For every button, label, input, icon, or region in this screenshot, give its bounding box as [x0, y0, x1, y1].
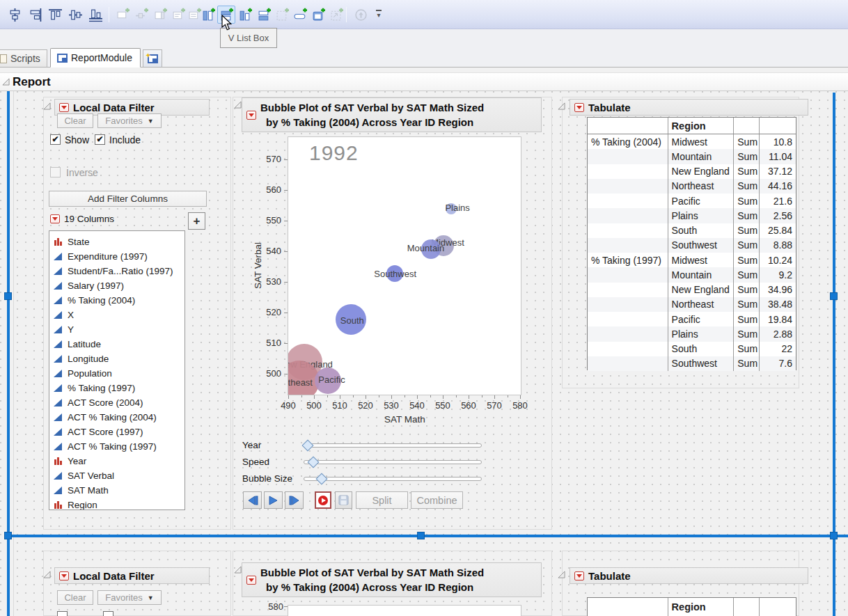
- resize-handle-bottom-right[interactable]: [830, 532, 838, 539]
- filter-column-item[interactable]: % Taking (1997): [54, 381, 135, 395]
- step-back-button[interactable]: [243, 491, 262, 509]
- tabulate-stat-cell: Sum: [733, 134, 759, 149]
- tabulate-value-cell: 38.48: [759, 297, 796, 312]
- bubble2-red-menu-icon[interactable]: [246, 576, 256, 585]
- filter-column-list[interactable]: StateExpenditure (1997)Student/Fa...Rati…: [49, 230, 185, 510]
- filter-column-item[interactable]: SAT Math: [54, 483, 109, 497]
- record-button[interactable]: [315, 491, 331, 509]
- x-tick-label: 490: [278, 400, 298, 411]
- tabulate-region-cell: Midwest: [668, 253, 734, 267]
- show-checkbox[interactable]: ✔: [50, 134, 61, 145]
- filter-column-label: SAT Math: [68, 485, 109, 496]
- bubble-size-slider-track[interactable]: [304, 477, 482, 481]
- y-tick-label: 550: [263, 215, 281, 226]
- toolbar-add-h-list-box-button[interactable]: [199, 6, 217, 24]
- filter-column-item[interactable]: Latitude: [54, 337, 101, 351]
- toolbar-overflow-button[interactable]: ▾: [374, 10, 384, 21]
- filter-column-item[interactable]: Population: [54, 366, 112, 380]
- toolbar-add-tab-box-button[interactable]: [309, 6, 327, 24]
- x-tick: [288, 395, 289, 399]
- toolbar-add-lineup-box-button[interactable]: [291, 6, 309, 24]
- speed-slider-track[interactable]: [304, 460, 482, 464]
- filter2-red-menu-icon[interactable]: [59, 571, 69, 581]
- toolbar-align-center-horizontal-button[interactable]: [66, 6, 84, 24]
- filter-red-menu-icon[interactable]: [59, 103, 69, 112]
- bubble-plot-area[interactable]: 1992 PlainsMidwestMountainSouthwestSouth…: [288, 136, 521, 395]
- columns-red-menu-icon[interactable]: [50, 214, 60, 223]
- tabulate-red-menu-icon[interactable]: [574, 103, 584, 112]
- include-checkbox-label: Include: [109, 134, 141, 145]
- filter-column-item[interactable]: ACT Score (1997): [54, 425, 143, 439]
- year-slider-track[interactable]: [304, 443, 482, 448]
- add-column-plus-button[interactable]: +: [188, 212, 205, 230]
- filter-column-item[interactable]: Student/Fa...Ratio (1997): [54, 264, 173, 278]
- include-checkbox[interactable]: ✔: [95, 134, 105, 145]
- filter-column-item[interactable]: ACT Score (2004): [54, 395, 143, 409]
- filter-column-item[interactable]: Longitude: [54, 352, 109, 365]
- plus-icon: +: [194, 214, 201, 228]
- filter-column-item[interactable]: ACT % Taking (2004): [54, 410, 157, 424]
- bubble2-disclosure-icon[interactable]: [234, 566, 242, 574]
- filter-column-label: ACT % Taking (1997): [68, 441, 157, 452]
- filter-disclosure-icon[interactable]: [43, 102, 51, 110]
- app-builder-window: ▾ Scripts ReportModule ✦ Report Local Da…: [0, 0, 848, 616]
- y-tick: [284, 159, 288, 160]
- resize-handle-right[interactable]: [830, 292, 838, 300]
- toolbar-align-top-button[interactable]: [46, 6, 64, 24]
- toolbar-add-border-box-button[interactable]: [255, 6, 273, 24]
- bubble-red-menu-icon[interactable]: [246, 111, 256, 120]
- show2-checkbox[interactable]: [57, 611, 68, 616]
- tabulate-stat-cell: Sum: [733, 356, 759, 371]
- tabulate-value-cell: 19.84: [759, 312, 796, 326]
- x-minor-tick: [456, 395, 457, 397]
- tabulate-value-cell: 9.2: [759, 267, 796, 282]
- resize-handle-bottom-mid[interactable]: [417, 532, 425, 539]
- toolbar-align-center-vertical-button[interactable]: [6, 6, 24, 24]
- filter-column-item[interactable]: Expenditure (1997): [54, 249, 148, 263]
- nominal-icon: [54, 457, 63, 466]
- tabulate-stat-cell: Sum: [733, 164, 759, 179]
- filter-column-label: ACT Score (1997): [68, 427, 143, 437]
- step-back-icon: [247, 496, 258, 505]
- filter-column-item[interactable]: State: [54, 235, 90, 248]
- resize-handle-bottom-left[interactable]: [4, 532, 12, 539]
- filter-column-item[interactable]: Salary (1997): [54, 278, 124, 292]
- tabulate2-red-menu-icon[interactable]: [574, 571, 584, 581]
- tabulate2-disclosure-icon[interactable]: [558, 571, 565, 578]
- tab-new-module[interactable]: ✦: [143, 49, 162, 67]
- toolbar-add-panel-box-button[interactable]: [236, 6, 254, 24]
- tab-scripts[interactable]: Scripts: [0, 49, 47, 67]
- play-icon: [268, 496, 278, 505]
- continuous-icon: [54, 398, 63, 407]
- bubble2-panel-title-bar: Bubble Plot of SAT Verbal by SAT Math Si…: [242, 562, 542, 597]
- tabulate-group-cell: [588, 179, 668, 194]
- play-button[interactable]: [264, 491, 283, 509]
- filter-column-item[interactable]: SAT Verbal: [54, 468, 114, 482]
- tabulate-group-cell: [588, 267, 668, 282]
- toolbar-align-bottom-button[interactable]: [86, 6, 104, 24]
- filter-column-item[interactable]: % Taking (2004): [54, 293, 135, 307]
- bubble-disclosure-icon[interactable]: [234, 101, 242, 109]
- include2-checkbox[interactable]: [103, 611, 113, 616]
- nominal-icon: [54, 237, 63, 246]
- report-disclosure-icon[interactable]: [2, 78, 10, 86]
- continuous-icon: [54, 252, 63, 261]
- toolbar-separator: [109, 7, 109, 22]
- tabulate-region-cell: South: [668, 223, 734, 238]
- tabulate-header-cell: [588, 118, 668, 134]
- filter-column-item[interactable]: Region: [54, 498, 97, 510]
- resize-handle-left[interactable]: [4, 292, 12, 300]
- module-window-icon: [57, 54, 68, 63]
- add-filter-columns-button[interactable]: Add Filter Columns: [49, 191, 207, 207]
- filter-column-item[interactable]: X: [54, 308, 74, 322]
- filter-column-item[interactable]: ACT % Taking (1997): [54, 439, 157, 453]
- step-forward-button[interactable]: [285, 491, 304, 509]
- continuous-icon: [54, 384, 63, 393]
- y-tick: [284, 313, 288, 313]
- filter-column-item[interactable]: Year: [54, 454, 86, 468]
- toolbar-align-right-button[interactable]: [26, 6, 44, 24]
- tabulate-disclosure-icon[interactable]: [558, 102, 565, 110]
- filter2-disclosure-icon[interactable]: [43, 571, 51, 578]
- tab-reportmodule[interactable]: ReportModule: [50, 48, 141, 68]
- filter-column-item[interactable]: Y: [54, 322, 74, 336]
